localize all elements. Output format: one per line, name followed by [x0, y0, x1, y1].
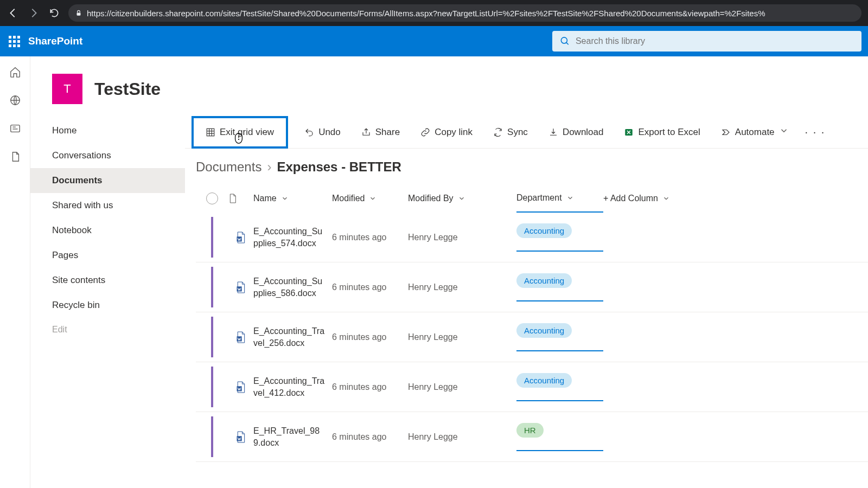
sharepoint-brand[interactable]: SharePoint [28, 35, 82, 47]
department-cell[interactable]: Accounting [516, 323, 603, 351]
export-excel-button[interactable]: Export to Excel [620, 124, 704, 141]
undo-icon [304, 127, 314, 137]
modified-column-header[interactable]: Modified [332, 194, 408, 203]
search-icon [560, 36, 570, 47]
table-row[interactable]: E_Accounting_Supplies_574.docx6 minutes … [196, 213, 868, 262]
nav-item-home[interactable]: Home [30, 118, 185, 143]
file-name-cell[interactable]: E_Accounting_Supplies_574.docx [253, 226, 332, 249]
department-cell[interactable]: HR [516, 423, 603, 451]
exit-grid-view-label: Exit grid view [220, 127, 274, 138]
modified-by-cell: Henry Legge [408, 282, 516, 292]
department-pill: Accounting [516, 323, 572, 338]
files-icon[interactable] [9, 151, 21, 163]
department-pill: Accounting [516, 223, 572, 238]
svg-rect-4 [10, 125, 20, 132]
modified-by-cell: Henry Legge [408, 233, 516, 242]
excel-icon [624, 127, 634, 137]
word-document-icon [235, 281, 246, 294]
word-document-icon [235, 231, 246, 244]
file-name-cell[interactable]: E_Accounting_Travel_256.docx [253, 325, 332, 349]
file-type-cell [228, 281, 253, 294]
modified-by-cell: Henry Legge [408, 382, 516, 392]
news-icon[interactable] [9, 123, 21, 134]
nav-item-notebook[interactable]: Notebook [30, 218, 185, 243]
more-commands-button[interactable]: · · · [805, 126, 826, 138]
department-pill: HR [516, 423, 544, 438]
sync-label: Sync [507, 127, 528, 138]
file-type-cell [228, 231, 253, 244]
app-launcher-icon[interactable] [7, 34, 22, 49]
table-row[interactable]: E_Accounting_Supplies_586.docx6 minutes … [196, 262, 868, 312]
link-icon [420, 127, 430, 137]
modified-by-column-header[interactable]: Modified By [408, 194, 516, 203]
svg-line-2 [566, 42, 569, 44]
main-content: Exit grid view Undo Share Copy link [185, 56, 868, 488]
browser-reload-button[interactable] [48, 7, 61, 20]
department-cell[interactable]: Accounting [516, 373, 603, 401]
undo-button[interactable]: Undo [300, 124, 345, 141]
table-row[interactable]: E_HR_Travel_989.docx6 minutes agoHenry L… [196, 412, 868, 462]
word-document-icon [235, 381, 246, 394]
modified-cell: 6 minutes ago [332, 233, 408, 242]
modified-by-cell: Henry Legge [408, 332, 516, 342]
add-column-header[interactable]: + Add Column [603, 194, 690, 203]
nav-item-pages[interactable]: Pages [30, 243, 185, 268]
nav-item-recycle-bin[interactable]: Recycle bin [30, 293, 185, 318]
lock-icon [75, 9, 82, 17]
department-cell[interactable]: Accounting [516, 223, 603, 252]
modified-by-cell: Henry Legge [408, 432, 516, 442]
nav-item-documents[interactable]: Documents [30, 168, 185, 193]
department-column-header[interactable]: Department [516, 184, 603, 213]
sync-icon [493, 127, 503, 137]
name-column-header[interactable]: Name [253, 194, 332, 203]
svg-point-1 [561, 37, 567, 43]
word-document-icon [235, 431, 246, 444]
automate-button[interactable]: Automate [717, 123, 793, 142]
table-row[interactable]: E_Accounting_Travel_256.docx6 minutes ag… [196, 312, 868, 362]
document-table: Name Modified Modified By Department + A… [185, 184, 868, 462]
share-button[interactable]: Share [357, 124, 404, 141]
sharepoint-header: SharePoint [0, 26, 868, 56]
department-cell[interactable]: Accounting [516, 273, 603, 301]
share-icon [361, 127, 371, 137]
home-icon[interactable] [9, 66, 21, 78]
svg-rect-0 [77, 12, 81, 15]
grid-icon [206, 127, 215, 137]
browser-chrome: https://citizenbuilders.sharepoint.com/s… [0, 0, 868, 26]
chevron-down-icon [369, 195, 376, 202]
table-row[interactable]: E_Accounting_Travel_412.docx6 minutes ag… [196, 362, 868, 412]
nav-item-site-contents[interactable]: Site contents [30, 268, 185, 293]
svg-point-12 [238, 138, 239, 139]
browser-back-button[interactable] [7, 7, 20, 20]
select-all-column[interactable] [196, 192, 228, 204]
download-button[interactable]: Download [544, 124, 608, 141]
chevron-right-icon: › [267, 159, 271, 175]
file-name-cell[interactable]: E_HR_Travel_989.docx [253, 425, 332, 448]
app-rail [0, 56, 30, 488]
site-title[interactable]: TestSite [94, 79, 161, 99]
sync-button[interactable]: Sync [489, 124, 532, 141]
file-name-cell[interactable]: E_Accounting_Travel_412.docx [253, 375, 332, 399]
copy-link-button[interactable]: Copy link [416, 124, 477, 141]
nav-item-shared-with-us[interactable]: Shared with us [30, 193, 185, 218]
address-bar[interactable]: https://citizenbuilders.sharepoint.com/s… [68, 4, 861, 22]
download-label: Download [563, 127, 604, 138]
browser-forward-button[interactable] [27, 7, 40, 20]
file-type-column[interactable] [228, 193, 253, 204]
chevron-down-icon [779, 126, 789, 136]
chevron-down-icon [566, 194, 574, 202]
file-type-cell [228, 431, 253, 444]
nav-item-conversations[interactable]: Conversations [30, 143, 185, 168]
search-box[interactable] [552, 31, 861, 52]
file-name-cell[interactable]: E_Accounting_Supplies_586.docx [253, 275, 332, 299]
exit-grid-view-highlight: Exit grid view [192, 116, 288, 149]
nav-edit-link[interactable]: Edit [30, 318, 185, 342]
svg-rect-7 [207, 129, 214, 136]
site-logo[interactable]: T [52, 74, 82, 104]
search-input[interactable] [576, 36, 854, 46]
chevron-down-icon [662, 195, 670, 202]
undo-label: Undo [318, 127, 341, 138]
globe-icon[interactable] [9, 94, 21, 106]
table-header: Name Modified Modified By Department + A… [196, 184, 868, 213]
breadcrumb-root[interactable]: Documents [196, 159, 261, 175]
